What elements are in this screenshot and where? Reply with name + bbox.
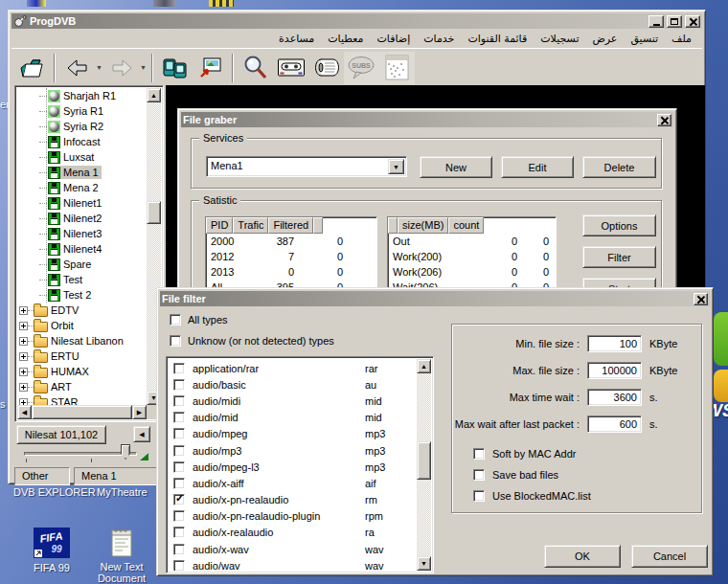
minimize-button[interactable] — [648, 15, 664, 28]
close-button[interactable] — [694, 293, 708, 305]
field-input[interactable]: 100 — [587, 335, 642, 352]
file-graber-titlebar[interactable]: File graber — [181, 112, 673, 127]
menu-item[interactable]: ملف — [665, 31, 698, 47]
options-button[interactable]: Options — [582, 214, 656, 236]
column-header[interactable]: Trafic — [233, 217, 268, 234]
scroll-right-button[interactable] — [132, 405, 147, 419]
tree-item-channel[interactable]: Luxsat — [17, 149, 147, 165]
option-checkbox[interactable] — [473, 490, 485, 502]
file-type-checkbox[interactable] — [173, 560, 185, 571]
tree-item-channel[interactable]: Nilenet4 — [17, 241, 147, 257]
tree-item-channel[interactable]: Infocast — [17, 134, 147, 149]
field-input[interactable]: 3600 — [587, 389, 642, 406]
expand-plus-icon[interactable] — [19, 337, 28, 346]
tree-item-channel[interactable]: Mena 1 — [17, 165, 147, 180]
file-type-row[interactable]: audio/x-realaudio ra — [169, 525, 416, 541]
desktop-icon-new-text-document[interactable]: New Text Document — [92, 526, 151, 584]
tree-item-folder[interactable]: Nilesat Libanon — [17, 333, 147, 348]
file-type-row[interactable]: application/rar rar — [169, 360, 416, 376]
tree-item-channel[interactable]: Nilenet3 — [17, 226, 147, 241]
unknown-types-checkbox[interactable] — [170, 335, 181, 347]
filter-option-row[interactable]: Save bad files — [473, 468, 674, 482]
scroll-up-button[interactable] — [417, 359, 431, 373]
scroll-thumb[interactable] — [32, 405, 132, 419]
file-type-checkbox[interactable] — [173, 494, 185, 505]
edit-button[interactable]: Edit — [501, 156, 574, 178]
expand-plus-icon[interactable] — [19, 383, 28, 392]
file-type-row[interactable]: audio/mid mid — [169, 410, 416, 426]
new-button[interactable]: New — [420, 156, 492, 178]
status-tab-other[interactable]: Other — [14, 467, 70, 485]
file-type-checkbox[interactable] — [173, 461, 185, 473]
scroll-thumb[interactable] — [417, 441, 431, 480]
expand-plus-icon[interactable] — [19, 368, 28, 376]
option-checkbox[interactable] — [473, 469, 485, 481]
volume-slider-thumb[interactable] — [121, 444, 130, 460]
menu-item[interactable]: قائمة القنوات — [461, 31, 534, 47]
expand-plus-icon[interactable] — [19, 306, 28, 315]
news-button[interactable] — [308, 52, 344, 84]
option-checkbox[interactable] — [473, 448, 485, 460]
file-type-checkbox[interactable] — [173, 412, 185, 423]
scroll-up-button[interactable] — [147, 88, 161, 102]
file-type-row[interactable]: audio/mp3 mp3 — [169, 442, 416, 459]
forward-button[interactable] — [103, 52, 139, 84]
service-select[interactable]: Mena1 — [206, 156, 407, 177]
file-type-row[interactable]: audio/x-pn-realaudio rm — [169, 492, 416, 508]
image-capture-button[interactable] — [193, 52, 228, 84]
scroll-left-button[interactable] — [17, 405, 32, 419]
file-type-row[interactable]: audio/mpeg-l3 mp3 — [169, 459, 416, 475]
tree-item-folder[interactable]: STAR — [17, 394, 147, 405]
file-type-checkbox[interactable] — [173, 428, 185, 439]
maximize-button[interactable] — [667, 15, 682, 28]
file-type-row[interactable]: audio/x-wav wav — [169, 541, 416, 557]
open-button[interactable] — [14, 52, 50, 84]
satellite-tab[interactable]: Nilesat 101,102 — [16, 425, 106, 444]
tree-item-folder[interactable]: HUMAX — [17, 364, 147, 379]
file-type-checkbox[interactable] — [173, 527, 185, 538]
menu-item[interactable]: خدمات — [417, 31, 461, 47]
menu-item[interactable]: إضافات — [371, 31, 418, 47]
ok-button[interactable]: OK — [544, 545, 621, 568]
scroll-thumb[interactable] — [147, 201, 161, 224]
expand-plus-icon[interactable] — [19, 322, 28, 330]
menu-item[interactable]: مساعدة — [272, 31, 321, 47]
file-type-row[interactable]: audio/x-pn-realaudio-plugin rpm — [169, 508, 416, 525]
file-type-checkbox[interactable] — [173, 363, 185, 374]
column-header[interactable]: size(MB) — [398, 217, 448, 234]
field-input[interactable]: 600 — [587, 416, 642, 433]
menu-item[interactable]: معطيات — [321, 31, 370, 47]
tree-horizontal-scrollbar[interactable] — [17, 405, 147, 419]
expand-plus-icon[interactable] — [19, 398, 28, 406]
close-button[interactable] — [657, 114, 671, 126]
tree-item-folder[interactable]: ERTU — [17, 348, 147, 364]
file-filter-titlebar[interactable]: File filter — [160, 291, 710, 306]
teletext-button[interactable] — [379, 52, 415, 84]
file-type-checkbox[interactable] — [173, 478, 185, 489]
tree-item-channel[interactable]: Syria R2 — [17, 119, 147, 134]
field-input[interactable]: 100000 — [587, 362, 642, 379]
search-button[interactable] — [238, 52, 273, 84]
column-header[interactable] — [388, 217, 398, 234]
tree-item-channel[interactable]: Syria R1 — [17, 103, 147, 119]
tree-item-channel[interactable]: Nilenet1 — [17, 195, 147, 211]
file-type-row[interactable]: audio/basic au — [169, 376, 416, 393]
tree-item-folder[interactable]: EDTV — [17, 303, 147, 318]
desktop-icon-fifa99[interactable]: FIFA 99 FIFA 99 — [21, 528, 82, 573]
status-tab-mena1[interactable]: Mena 1 — [74, 467, 168, 485]
file-type-row[interactable]: audio/mpeg mp3 — [169, 426, 416, 442]
file-type-checkbox[interactable] — [173, 379, 185, 391]
all-types-checkbox[interactable] — [170, 314, 181, 326]
column-header[interactable]: Filtered — [268, 217, 313, 234]
file-type-row[interactable]: audio/x-aiff aif — [169, 475, 416, 491]
tree-item-folder[interactable]: Orbit — [17, 318, 147, 333]
close-button[interactable] — [685, 15, 700, 28]
expand-plus-icon[interactable] — [19, 352, 28, 361]
file-type-checkbox[interactable] — [173, 544, 185, 555]
desktop-label-dvb-explorer[interactable]: DVB EXPLORER — [13, 486, 96, 498]
tree-item-channel[interactable]: Spare — [17, 257, 147, 272]
menu-item[interactable]: تسجيلات — [534, 31, 585, 47]
cancel-button[interactable]: Cancel — [631, 545, 708, 568]
file-type-checkbox[interactable] — [173, 445, 185, 457]
volume-slider-track[interactable] — [24, 452, 137, 456]
